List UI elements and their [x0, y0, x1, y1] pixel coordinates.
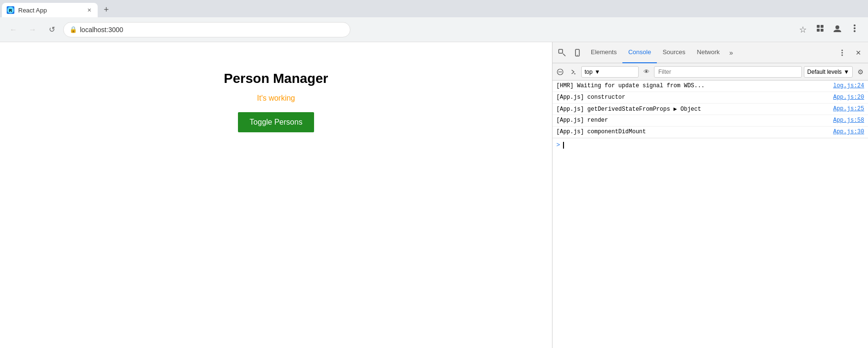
svg-rect-4 [817, 29, 820, 32]
page-title: Person Manager [224, 71, 328, 86]
menu-icon [854, 24, 856, 35]
tab-sources[interactable]: Sources [657, 42, 691, 63]
tab-console[interactable]: Console [622, 42, 657, 63]
console-entry: [HMR] Waiting for update signal from WDS… [552, 81, 868, 92]
tab-elements[interactable]: Elements [585, 42, 622, 63]
new-tab-button[interactable]: + [100, 3, 113, 16]
svg-point-9 [854, 30, 856, 32]
svg-rect-2 [817, 25, 820, 28]
devtools-panel: Elements Console Sources Network » [552, 42, 868, 348]
console-source-5[interactable]: App.js:30 [833, 128, 864, 135]
console-prompt: > [556, 141, 560, 149]
console-source-2[interactable]: App.js:20 [833, 94, 864, 101]
log-levels-label: Default levels [807, 69, 842, 75]
url-text: localhost:3000 [80, 26, 123, 34]
svg-point-14 [842, 52, 843, 53]
menu-button[interactable] [847, 22, 862, 37]
console-toolbar: top ▼ 👁 Default levels ▼ ⚙ [552, 63, 868, 81]
console-input-area[interactable]: > [552, 138, 868, 151]
settings-icon: ⚙ [857, 68, 864, 76]
svg-point-6 [835, 25, 839, 29]
page-subtitle: It's working [257, 94, 295, 103]
extensions-icon [815, 23, 825, 35]
page-content: Person Manager It's working Toggle Perso… [0, 42, 552, 348]
svg-point-8 [854, 27, 856, 29]
tab-close-button[interactable]: ✕ [85, 6, 93, 14]
svg-point-12 [577, 55, 578, 56]
reload-button[interactable]: ↺ [44, 22, 59, 37]
console-entry: [App.js] getDerivedStateFromProps ▶ Obje… [552, 104, 868, 115]
svg-rect-5 [821, 29, 823, 32]
url-bar[interactable]: 🔒 localhost:3000 [63, 22, 350, 37]
content-area: Person Manager It's working Toggle Perso… [0, 42, 868, 348]
tab-favicon: R [7, 6, 14, 14]
account-icon [833, 23, 842, 35]
console-message-3: [App.js] getDerivedStateFromProps ▶ Obje… [556, 105, 829, 113]
console-message-4: [App.js] render [556, 117, 829, 124]
svg-point-15 [842, 54, 843, 56]
security-icon: 🔒 [69, 26, 77, 33]
console-message-2: [App.js] constructor [556, 94, 829, 101]
context-chevron-icon: ▼ [595, 69, 600, 75]
devtools-more-options-button[interactable] [834, 45, 850, 60]
log-levels-chevron-icon: ▼ [844, 69, 849, 75]
svg-rect-3 [821, 25, 823, 28]
console-entry: [App.js] componentDidMount App.js:30 [552, 127, 868, 138]
bookmark-button[interactable]: ☆ [795, 22, 811, 37]
tab-bar: R React App ✕ + [0, 0, 868, 17]
context-label: top [585, 69, 593, 75]
log-levels-button[interactable]: Default levels ▼ [804, 66, 853, 78]
tab-title: React App [18, 7, 81, 14]
console-filter-input[interactable] [654, 66, 802, 78]
console-source-3[interactable]: App.js:25 [833, 105, 864, 112]
active-tab[interactable]: R React App ✕ [2, 3, 98, 17]
devtools-close-button[interactable]: ✕ [851, 45, 866, 60]
svg-point-7 [854, 24, 856, 26]
svg-rect-10 [559, 49, 563, 53]
execute-script-button[interactable] [568, 66, 579, 78]
svg-point-13 [842, 49, 843, 51]
device-toolbar-button[interactable] [570, 45, 585, 60]
console-message-1: [HMR] Waiting for update signal from WDS… [556, 82, 829, 89]
more-tabs-button[interactable]: » [725, 42, 737, 63]
console-source-1[interactable]: log.js:24 [833, 82, 864, 89]
address-bar: ← → ↺ 🔒 localhost:3000 ☆ [0, 17, 868, 42]
console-settings-button[interactable]: ⚙ [855, 66, 866, 78]
devtools-header-right: ✕ [834, 45, 866, 60]
inspect-element-button[interactable] [554, 45, 570, 60]
close-icon: ✕ [856, 49, 861, 57]
devtools-header: Elements Console Sources Network » [552, 42, 868, 63]
eye-icon: 👁 [643, 68, 650, 75]
console-cursor[interactable] [563, 141, 564, 149]
extensions-button[interactable] [812, 22, 828, 37]
account-button[interactable] [830, 22, 845, 37]
clear-console-button[interactable] [554, 66, 566, 78]
console-output: [HMR] Waiting for update signal from WDS… [552, 81, 868, 348]
console-message-5: [App.js] componentDidMount [556, 128, 829, 135]
forward-button[interactable]: → [25, 22, 40, 37]
browser-toolbar-right: ☆ [795, 22, 862, 37]
console-source-4[interactable]: App.js:58 [833, 117, 864, 124]
console-entry: [App.js] constructor App.js:20 [552, 92, 868, 104]
browser-window: R React App ✕ + ← → ↺ 🔒 localhost:3000 ☆ [0, 0, 868, 348]
context-selector[interactable]: top ▼ [581, 66, 639, 78]
tab-network[interactable]: Network [691, 42, 726, 63]
back-button[interactable]: ← [6, 22, 21, 37]
console-entry: [App.js] render App.js:58 [552, 115, 868, 127]
eye-button[interactable]: 👁 [641, 66, 652, 78]
toggle-persons-button[interactable]: Toggle Persons [238, 112, 314, 132]
bookmark-icon: ☆ [799, 24, 807, 35]
svg-text:R: R [9, 8, 12, 13]
